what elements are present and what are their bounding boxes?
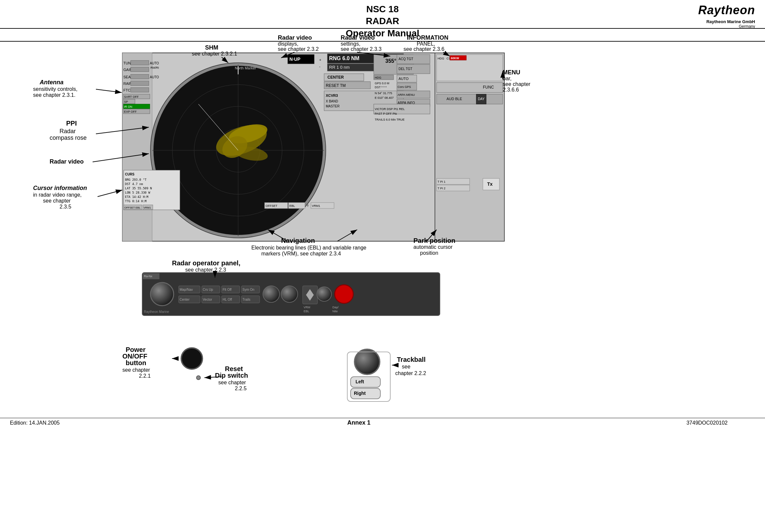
exp-off-label: EXP OFF: [124, 110, 137, 113]
radar-video-label: Radar video: [50, 158, 84, 165]
cursor-info-box: [124, 170, 180, 210]
info-panel-sub1: PANEL,: [417, 41, 435, 47]
tune-control: [131, 61, 149, 65]
lat-value: LAT 35 55.509 N: [125, 187, 152, 190]
trackball-left-label: Left: [356, 379, 364, 384]
menu-sub2: see chapter: [503, 81, 530, 87]
panel-brand: Ra-Nx: [144, 275, 153, 278]
plus-btn[interactable]: +: [319, 58, 321, 62]
vrm1-label-2: VRM1: [144, 206, 151, 209]
trails-label: TRAILS 6.0 Min TRUE: [375, 118, 404, 121]
acq-tgt-label: ACQ TGT: [398, 57, 413, 61]
bearing-value: 355°: [385, 58, 396, 64]
cursor-info-sub1: in radar video range,: [33, 192, 82, 198]
shm-label: SHM: [205, 44, 218, 51]
auto-label: AUTO: [398, 77, 409, 81]
rr-value: RR 1 0 nm: [329, 65, 350, 70]
annex-label: Annex 1: [347, 419, 371, 426]
lock-knob[interactable]: [317, 287, 332, 301]
auto-sea: AUTO: [150, 75, 159, 79]
cursor-info-arrow: [98, 190, 122, 197]
rain-control: [131, 81, 149, 86]
info-panel-label: INFORMATION: [407, 34, 448, 41]
power-knob[interactable]: [151, 283, 174, 306]
menu-sub1: bar,: [503, 76, 512, 81]
offset-label: OFFSET: [266, 204, 278, 207]
dst-display: DST * * *: [375, 86, 386, 89]
park-label: Park position: [413, 237, 455, 244]
power-sub1: ON/OFF: [122, 353, 148, 360]
past-label: PAST P OFF Pts: [375, 112, 397, 115]
sart-off-label: SART OFF: [124, 95, 139, 99]
cursor-info-sub3: 2.3.5: [60, 204, 71, 209]
day-label: DAY: [478, 97, 484, 101]
edition-label: Edition: 14.JAN.2005: [10, 420, 60, 425]
minus-btn[interactable]: -: [319, 65, 321, 68]
nav-sub1: Electronic bearing lines (EBL) and varia…: [251, 245, 367, 250]
menu-sub3: 2.3.6.6: [503, 87, 519, 93]
flt-off-label: Flt Off: [223, 288, 232, 291]
n-up-label: N·UP: [290, 57, 300, 62]
red-value: 60KW: [451, 57, 459, 60]
center-label: CENTER: [328, 75, 344, 80]
sp-label: SP: [124, 100, 128, 104]
trackball-right-label: Right: [354, 391, 366, 396]
pi1-label: T PI 1: [437, 180, 445, 183]
antenna-sub1: sensitivity controls,: [33, 86, 77, 92]
rv-settings-sub2: see chapter 2.3.3: [341, 46, 382, 52]
radar-compass-sub2: compass rose: [50, 134, 87, 141]
park-sub1: automatic cursor: [413, 244, 453, 250]
title-line1: NSC 18: [366, 4, 398, 14]
antenna-label: Antenna: [39, 79, 64, 86]
dst-value: DST 4.7 nm: [125, 182, 143, 186]
aud-ble-label: AUD BLE: [446, 97, 462, 101]
lat-display: N 54° 31.775: [375, 92, 392, 95]
power-button[interactable]: [181, 348, 203, 369]
trails-btn-label: Trails: [243, 298, 250, 301]
rv-displays-sub1: displays,: [278, 41, 298, 47]
victor-label: VICTOR DSP Pt1 REL: [375, 108, 405, 111]
shm-sub: see chapter 2.3.2.1: [192, 51, 237, 57]
sea-control: [131, 74, 149, 79]
rng-value: RNG 6.0 NM: [329, 56, 360, 61]
antenna-arrow: [96, 89, 122, 93]
emergency-btn[interactable]: [335, 285, 353, 303]
gain-knob[interactable]: [263, 286, 280, 302]
trackball-ball[interactable]: [355, 349, 380, 375]
raytheon-panel-label: Raytheon Marine: [144, 310, 169, 314]
ebl-label-2: EBL: [304, 310, 309, 313]
dip-switch[interactable]: [197, 376, 201, 380]
lon-value: LON 5 28.330 W: [125, 191, 150, 194]
rv-displays-label: Radar video: [278, 34, 312, 41]
sea-label: SEA: [123, 75, 131, 79]
lon-display: E 010° 08.407: [375, 96, 393, 100]
tx-label: Tx: [487, 181, 493, 187]
map-nav-label: Map/Nav: [180, 288, 193, 291]
offset-label-2: OFFSET EBL: [124, 206, 141, 209]
x-band-label: X BAND: [326, 100, 338, 103]
curs-label: CURS: [125, 172, 135, 176]
eta-value: ETA 14:42 H:M: [125, 195, 149, 199]
power-sub2: button: [126, 359, 146, 367]
info-hdg: HDG: [437, 57, 444, 60]
trackball-left-btn[interactable]: [351, 377, 381, 387]
company-name: Raytheon Marine GmbH: [672, 19, 755, 24]
crs-up-label: Crs Up: [203, 288, 213, 291]
rm-ri: RM/RI: [151, 66, 159, 69]
power-see: see chapter: [122, 367, 150, 373]
radar-op-sub: see chapter 2.2.3: [185, 267, 226, 273]
master-label: MASTER: [326, 105, 340, 108]
brg-value: BRG 293.0 °T: [125, 178, 147, 181]
radar-op-label: Radar operator panel,: [172, 259, 241, 267]
vrm1-label: VRM1: [312, 204, 320, 207]
nite-label: Nite: [333, 310, 338, 313]
gain-control: [131, 67, 149, 72]
header-logo: Raytheon Raytheon Marine GmbH Germany: [672, 3, 755, 29]
sea-knob[interactable]: [281, 286, 298, 302]
reset-label: Reset: [225, 365, 243, 373]
day-nite-label: Day/: [333, 306, 339, 309]
ebl-label: EBL: [290, 204, 295, 207]
rv-displays-sub2: see chapter 2.3.2: [278, 46, 319, 52]
xcvr-label: XCVR3: [326, 94, 338, 98]
t-label-1: T: [307, 204, 309, 207]
